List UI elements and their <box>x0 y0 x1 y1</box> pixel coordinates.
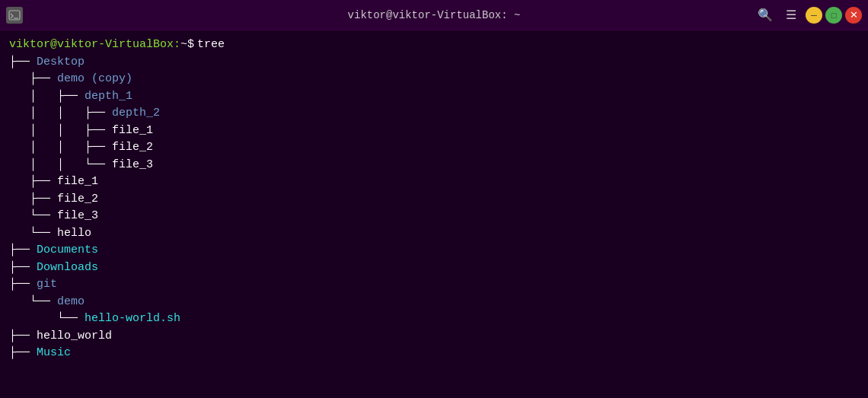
list-item: │ │ ├── file_1 <box>9 123 859 140</box>
list-item: ├── demo (copy) <box>9 71 859 88</box>
tree-output: ├── Desktop ├── demo (copy) │ ├── depth_… <box>9 54 859 362</box>
list-item: └── hello-world.sh <box>9 310 859 328</box>
prompt-sym: ~$ <box>180 37 194 54</box>
prompt-cmd: tree <box>197 37 225 54</box>
list-item: │ │ └── file_3 <box>9 157 859 174</box>
close-button[interactable]: ✕ <box>845 7 862 24</box>
list-item: │ │ ├── file_2 <box>9 139 859 157</box>
titlebar-title: viktor@viktor-VirtualBox: ~ <box>348 9 521 21</box>
list-item: │ │ ├── depth_2 <box>9 105 859 123</box>
list-item: ├── Downloads <box>9 259 859 277</box>
maximize-button[interactable]: □ <box>825 7 842 24</box>
terminal-body: viktor@viktor-VirtualBox:~$ tree ├── Des… <box>0 30 868 368</box>
prompt-line: viktor@viktor-VirtualBox:~$ tree <box>9 37 859 54</box>
list-item: └── file_3 <box>9 208 859 225</box>
titlebar-left <box>6 7 23 24</box>
terminal-app-icon <box>6 7 23 24</box>
list-item: ├── Documents <box>9 242 859 259</box>
titlebar-controls: 🔍 ☰ ─ □ ✕ <box>754 5 862 26</box>
titlebar: viktor@viktor-VirtualBox: ~ 🔍 ☰ ─ □ ✕ <box>0 0 868 30</box>
list-item: ├── file_2 <box>9 191 859 209</box>
prompt-user: viktor@viktor-VirtualBox: <box>9 37 180 54</box>
menu-button[interactable]: ☰ <box>780 5 803 26</box>
list-item: ├── git <box>9 276 859 294</box>
list-item: ├── Desktop <box>9 54 859 72</box>
list-item: │ ├── depth_1 <box>9 88 859 106</box>
list-item: ├── hello_world <box>9 328 859 345</box>
list-item: ├── Music <box>9 345 859 362</box>
list-item: ├── file_1 <box>9 174 859 191</box>
search-button[interactable]: 🔍 <box>754 5 777 26</box>
list-item: └── demo <box>9 294 859 311</box>
list-item: └── hello <box>9 225 859 243</box>
minimize-button[interactable]: ─ <box>806 7 822 24</box>
